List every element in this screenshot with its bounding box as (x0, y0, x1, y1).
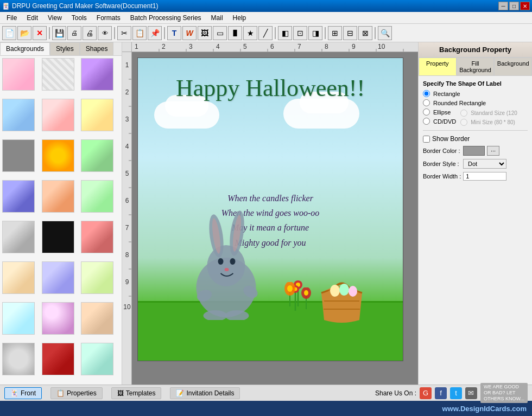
share-twitter[interactable]: t (450, 387, 462, 399)
thumb-4[interactable] (2, 99, 35, 131)
thumb-12[interactable] (81, 180, 113, 213)
border-color-swatch[interactable] (463, 146, 485, 156)
tb-align-center[interactable]: ⊡ (293, 26, 307, 40)
close-button[interactable]: ✕ (520, 2, 530, 10)
footer-url: www.DesignIdCards.com (442, 405, 527, 413)
tab-fill-background[interactable]: Fill Background (457, 57, 495, 75)
thumb-3[interactable] (81, 58, 113, 91)
thumb-6[interactable] (81, 99, 113, 131)
btn-invitation[interactable]: 📝 Invitation Details (170, 387, 240, 399)
tab-shapes[interactable]: Shapes (80, 42, 114, 55)
tb-grid2[interactable]: ⊟ (343, 26, 357, 40)
menu-batch[interactable]: Batch Processing Series (126, 13, 206, 23)
tab-background[interactable]: Background (494, 57, 532, 75)
menu-help[interactable]: Help (229, 13, 251, 23)
radio-rectangle[interactable] (423, 90, 430, 97)
radio-mini-size[interactable] (460, 119, 467, 126)
radio-standard-size[interactable] (460, 110, 467, 117)
minimize-button[interactable]: ─ (498, 2, 508, 10)
tb-image[interactable]: 🖼 (198, 26, 212, 40)
btn-templates[interactable]: 🖼 Templates (111, 387, 162, 399)
menu-mail[interactable]: Mail (207, 13, 227, 23)
thumb-17[interactable] (42, 261, 74, 294)
btn-front[interactable]: 🃏 Front (4, 387, 42, 399)
thumb-9[interactable] (81, 139, 113, 172)
thumb-19[interactable] (2, 302, 35, 335)
svg-point-45 (218, 258, 224, 265)
tb-symbol[interactable]: ★ (243, 26, 257, 40)
thumb-18[interactable] (81, 261, 113, 294)
share-google[interactable]: G (420, 387, 432, 399)
tb-close[interactable]: ✕ (33, 26, 47, 40)
thumb-15[interactable] (81, 221, 113, 253)
thumb-5[interactable] (42, 99, 74, 131)
tb-print[interactable]: 🖨 (83, 26, 97, 40)
thumb-22[interactable] (2, 343, 35, 375)
tb-layout[interactable]: ⊠ (358, 26, 372, 40)
tb-open-folder[interactable]: 📂 (17, 26, 31, 40)
maximize-button[interactable]: □ (509, 2, 519, 10)
menu-formats[interactable]: Formats (92, 13, 125, 23)
radio-cddvd[interactable] (423, 118, 430, 125)
ruler-corner (122, 42, 132, 52)
tb-sep5 (325, 27, 326, 39)
thumb-16[interactable] (2, 261, 35, 294)
share-email[interactable]: ✉ (465, 387, 477, 399)
thumb-23[interactable] (42, 343, 74, 375)
tb-shape[interactable]: ▭ (213, 26, 227, 40)
menu-tools[interactable]: Tools (67, 13, 91, 23)
share-facebook[interactable]: f (435, 387, 447, 399)
menu-file[interactable]: File (2, 13, 21, 23)
thumb-2[interactable] (42, 58, 74, 91)
left-panel: Backgrounds Styles Shapes (0, 42, 122, 385)
right-panel-content: Specify The Shape Of Label Rectangle Rou… (419, 76, 532, 385)
tb-grid[interactable]: ⊞ (328, 26, 342, 40)
thumb-21[interactable] (81, 302, 113, 335)
tb-wordart[interactable]: W (182, 26, 197, 40)
menu-view[interactable]: View (43, 13, 66, 23)
thumb-13[interactable] (2, 221, 35, 253)
btn-properties[interactable]: 📋 Properties (50, 387, 103, 399)
specify-shape-label: Specify The Shape Of Label (423, 80, 528, 87)
tb-text[interactable]: T (167, 26, 181, 40)
tab-styles[interactable]: Styles (50, 42, 80, 55)
thumb-20[interactable] (42, 302, 74, 335)
tb-zoom[interactable]: 🔍 (378, 26, 392, 40)
tb-cut[interactable]: ✂ (117, 26, 131, 40)
tb-preview[interactable]: 👁 (98, 26, 112, 40)
share-text: Share Us On : (375, 389, 416, 397)
canvas-main-area: 1 2 3 4 5 6 7 8 9 (122, 52, 418, 385)
border-color-browse[interactable]: ··· (487, 146, 499, 156)
svg-text:9: 9 (125, 278, 129, 286)
border-style-select[interactable]: Dot Solid Dash (463, 159, 506, 169)
thumb-24[interactable] (81, 343, 113, 375)
tab-backgrounds[interactable]: Backgrounds (0, 42, 50, 55)
svg-text:4: 4 (125, 143, 129, 150)
label-show-border: Show Border (432, 135, 470, 143)
tab-property[interactable]: Property (419, 57, 457, 75)
btn-front-label: Front (21, 389, 36, 397)
tb-align-right[interactable]: ◨ (308, 26, 322, 40)
thumb-8[interactable] (42, 139, 74, 172)
tb-save2[interactable]: 🖨 (67, 26, 81, 40)
radio-ellipse[interactable] (423, 108, 430, 116)
border-width-input[interactable] (463, 172, 506, 181)
thumb-1[interactable] (2, 58, 35, 91)
thumb-10[interactable] (2, 180, 35, 213)
thumb-11[interactable] (42, 180, 74, 213)
tb-barcode[interactable]: ▐▌ (228, 26, 242, 40)
canvas-area: 1 2 3 4 5 6 7 8 9 (122, 42, 418, 385)
tb-new[interactable]: 📄 (2, 26, 16, 40)
canvas-scroll-area[interactable]: Happy Halloween!! When the candles flick… (132, 52, 418, 385)
tb-align-left[interactable]: ◧ (278, 26, 292, 40)
tb-line[interactable]: ╱ (258, 26, 273, 40)
svg-point-56 (349, 286, 357, 297)
tb-save[interactable]: 💾 (52, 26, 66, 40)
tb-paste[interactable]: 📌 (148, 26, 162, 40)
thumb-7[interactable] (2, 139, 35, 172)
radio-rounded-rectangle[interactable] (423, 99, 430, 106)
thumb-14[interactable] (42, 221, 74, 253)
checkbox-show-border[interactable] (423, 136, 430, 143)
tb-copy[interactable]: 📋 (132, 26, 147, 40)
menu-edit[interactable]: Edit (22, 13, 42, 23)
